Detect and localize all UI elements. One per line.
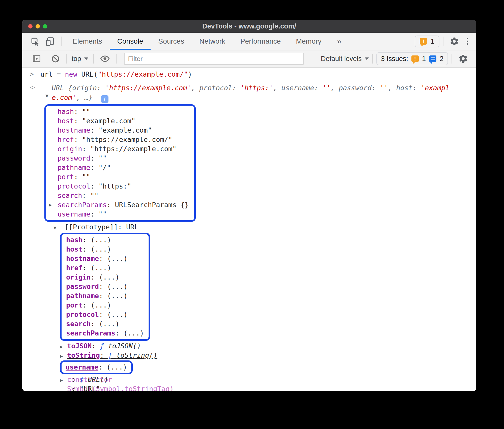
accessor-value[interactable]: (...) <box>91 236 111 244</box>
kebab-menu-icon[interactable] <box>463 38 472 45</box>
panel-tab[interactable]: Performance <box>233 33 288 50</box>
property-value: "/" <box>99 164 111 171</box>
property-row[interactable]: protocol: "https:" <box>58 181 189 191</box>
chevron-down-icon <box>365 57 369 60</box>
console-settings-gear-icon[interactable] <box>456 54 471 64</box>
object-preview-line-2[interactable]: e.com', …} i <box>52 93 476 103</box>
accessor-row[interactable]: href: (...) <box>66 263 144 272</box>
show-console-sidebar-icon[interactable] <box>29 54 44 64</box>
method-name: toJSON <box>67 342 92 350</box>
property-row[interactable]: username: "" <box>58 209 189 219</box>
property-row[interactable]: port: "" <box>58 172 189 181</box>
accessor-value[interactable]: (...) <box>91 245 111 253</box>
panel-tab[interactable]: Network <box>192 33 233 50</box>
property-row[interactable]: host: "example.com" <box>58 116 189 126</box>
accessor-value[interactable]: (...) <box>107 311 128 318</box>
code-token: url = <box>40 70 65 78</box>
accessor-value[interactable]: (...) <box>99 273 119 281</box>
property-row[interactable]: origin: "https://example.com" <box>58 144 189 154</box>
console-result-message: <· ▼ URL {origin: 'https://example.com',… <box>22 81 476 391</box>
device-toolbar-icon[interactable] <box>42 33 58 50</box>
panel-tab[interactable]: Memory <box>288 33 329 50</box>
info-icon[interactable]: i <box>101 95 108 103</box>
accessor-row[interactable]: pathname: (...) <box>66 291 144 300</box>
collapse-object-icon[interactable]: ▼ <box>45 93 48 99</box>
panel-tab[interactable]: Console <box>110 33 151 50</box>
panel-tab[interactable]: Elements <box>65 33 110 50</box>
expand-right-icon[interactable]: ▶ <box>60 342 67 351</box>
constructor-row[interactable]: ▶constructor: ƒ URL() <box>60 375 476 384</box>
code-token: URL( <box>77 70 98 78</box>
accessor-name: search <box>66 320 91 328</box>
inspect-element-icon[interactable] <box>28 33 42 50</box>
accessor-row[interactable]: protocol: (...) <box>66 310 144 319</box>
live-expression-eye-icon[interactable] <box>97 54 113 64</box>
function-signature <box>112 351 116 359</box>
log-levels-dropdown[interactable]: Default levels <box>321 55 369 63</box>
maximize-window-button[interactable] <box>43 24 47 28</box>
accessor-name: hash <box>66 236 82 244</box>
window-title: DevTools - www.google.com/ <box>202 22 296 30</box>
console-messages-area[interactable]: > url = new URL("https://example.com/") … <box>22 68 476 391</box>
property-row[interactable]: href: "https://example.com/" <box>58 135 189 144</box>
preview-token: 'exampl <box>421 84 450 92</box>
accessor-value[interactable]: (...) <box>107 363 127 371</box>
accessor-row[interactable]: host: (...) <box>66 244 144 254</box>
accessor-value[interactable]: (...) <box>124 329 144 337</box>
property-row[interactable]: pathname: "/" <box>58 163 189 172</box>
accessor-row[interactable]: searchParams: (...) <box>66 328 144 338</box>
property-row[interactable]: hash: "" <box>58 107 189 116</box>
function-signature: toString() <box>116 351 157 359</box>
property-value: URLSearchParams {} <box>115 201 189 209</box>
prototype-label: [[Prototype]] <box>65 223 118 231</box>
expand-down-icon[interactable]: ▼ <box>53 223 61 232</box>
panel-tab[interactable]: Sources <box>151 33 192 50</box>
property-row[interactable]: hostname: "example.com" <box>58 126 189 135</box>
object-preview-line-1[interactable]: URL {origin: 'https://example.com', prot… <box>52 83 476 93</box>
accessor-name: protocol <box>66 311 99 318</box>
accessor-row[interactable]: search: (...) <box>66 319 144 328</box>
method-row[interactable]: ▶toJSON: ƒ toJSON() <box>60 341 476 351</box>
expand-right-icon[interactable]: ▶ <box>49 200 52 209</box>
accessor-row[interactable]: hostname: (...) <box>66 254 144 263</box>
property-name: searchParams <box>58 201 107 209</box>
accessor-name: password <box>66 283 99 290</box>
divider <box>116 54 117 64</box>
tabbar-right-controls: ! 1 <box>415 33 472 50</box>
accessor-row[interactable]: origin: (...) <box>66 272 144 282</box>
accessor-row[interactable]: password: (...) <box>66 282 144 291</box>
settings-gear-icon[interactable] <box>447 37 462 46</box>
property-row[interactable]: ▶ searchParams: URLSearchParams {} <box>58 200 189 209</box>
accessor-value[interactable]: (...) <box>107 255 128 262</box>
method-row[interactable]: ▶toString: ƒ toString() <box>60 351 476 360</box>
symbol-tostringtag-row[interactable]: Symbol(Symbol.toStringTag): "URL" <box>60 384 476 391</box>
expand-right-icon[interactable]: ▶ <box>60 351 67 361</box>
clear-console-icon[interactable] <box>48 54 63 63</box>
symbol-name: Symbol(Symbol.toStringTag) <box>67 384 71 388</box>
accessor-value[interactable]: (...) <box>91 264 111 272</box>
filter-input[interactable] <box>124 53 304 65</box>
accessor-value[interactable]: (...) <box>107 292 128 300</box>
function-signature: toJSON() <box>108 342 141 350</box>
accessor-value[interactable]: (...) <box>107 283 128 290</box>
accessor-row[interactable]: port: (...) <box>66 300 144 310</box>
accessor-value[interactable]: (...) <box>91 301 111 309</box>
constructor-name: constructor <box>67 375 71 379</box>
prototype-row[interactable]: ▼ [[Prototype]]: URL <box>53 222 476 232</box>
property-name: host <box>58 117 74 125</box>
accessor-value[interactable]: (...) <box>99 320 119 328</box>
close-window-button[interactable] <box>28 24 33 28</box>
expand-right-icon[interactable]: ▶ <box>60 376 67 385</box>
divider <box>66 54 67 64</box>
accessor-row[interactable]: hash: (...) <box>66 235 144 244</box>
property-row[interactable]: password: "" <box>58 154 189 163</box>
username-accessor-row[interactable]: username: (...) <box>66 362 127 372</box>
issues-counter[interactable]: 3 Issues: ! 1 2 <box>376 52 448 65</box>
more-tabs-icon[interactable]: » <box>332 33 346 50</box>
javascript-context-dropdown[interactable]: top <box>70 55 90 63</box>
property-row[interactable]: search: "" <box>58 191 189 200</box>
traffic-lights <box>28 20 47 33</box>
console-errors-badge[interactable]: ! 1 <box>415 36 439 47</box>
divider <box>61 37 62 46</box>
minimize-window-button[interactable] <box>36 24 40 28</box>
